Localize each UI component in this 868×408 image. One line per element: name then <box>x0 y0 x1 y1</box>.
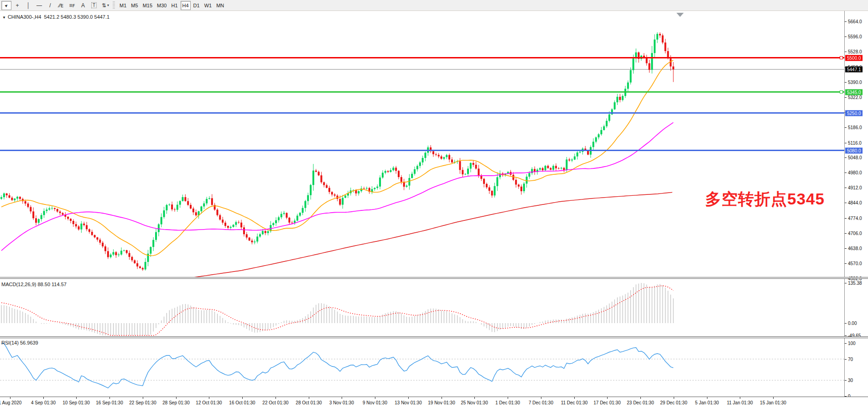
symbol-name: CHINA300-,H4 <box>8 14 41 20</box>
text-icon: A <box>81 2 85 9</box>
time-axis-label: 28 Sep 01:30 <box>162 400 190 405</box>
time-axis-tick <box>375 397 375 399</box>
time-axis-label: 16 Oct 01:30 <box>229 400 255 405</box>
time-axis-label: 19 Nov 01:30 <box>428 400 455 405</box>
time-axis-label: 16 Sep 01:30 <box>96 400 123 405</box>
timeframe-button-w1[interactable]: W1 <box>203 1 214 10</box>
time-axis-label: 23 Dec 01:30 <box>627 400 654 405</box>
time-axis-label: 25 Nov 01:30 <box>461 400 488 405</box>
timeframe-button-m15[interactable]: M15 <box>141 1 154 10</box>
crosshair-tool[interactable]: + <box>12 1 22 10</box>
time-axis[interactable]: 1 Aug 2020 4 Sep 01:30 10 Sep 01:30 16 S… <box>0 397 868 408</box>
toolbar-drag-handle[interactable] <box>113 1 115 10</box>
timeframe-button-d1[interactable]: D1 <box>192 1 202 10</box>
horizontal-level-line-5345.0[interactable] <box>0 91 844 93</box>
level-price-tag: 5500.0 <box>845 55 863 61</box>
time-axis-tick <box>541 397 541 399</box>
price-axis-label: 4774.0 <box>848 216 862 221</box>
time-axis-label: 15 Jan 01:30 <box>760 400 786 405</box>
time-axis-label: 7 Dec 01:30 <box>529 400 553 405</box>
time-axis-tick <box>176 397 177 399</box>
price-axis-label: 5664.0 <box>848 19 862 24</box>
trendline-icon: / <box>49 2 51 9</box>
equidistant-channel-tool[interactable]: ∕∕ᴇ <box>56 1 66 10</box>
time-axis-tick <box>740 397 740 399</box>
text-label-icon: T <box>91 2 97 8</box>
timeframe-button-m1[interactable]: M1 <box>118 1 128 10</box>
time-axis-label: 4 Sep 01:30 <box>31 400 56 405</box>
rsi-axis-label: 100 <box>848 341 856 346</box>
price-axis-label: 4638.0 <box>848 246 862 251</box>
time-axis-tick <box>43 397 44 399</box>
fibonacci-icon: ≡ꜰ <box>69 2 75 9</box>
time-axis-label: 5 Jan 01:30 <box>695 400 719 405</box>
pane-separator[interactable] <box>0 336 868 338</box>
vertical-line-icon: │ <box>26 2 30 9</box>
horizontal-line-tool[interactable]: — <box>34 1 44 10</box>
price-axis-label: 5322.0 <box>848 94 862 99</box>
time-axis-tick <box>607 397 608 399</box>
price-axis-label: 5390.0 <box>848 79 862 84</box>
timeframe-button-mn[interactable]: MN <box>214 1 226 10</box>
dropdown-arrow-icon[interactable]: ▾ <box>107 3 109 7</box>
time-axis-tick <box>474 397 475 399</box>
macd-indicator-label: MACD(12,26,9) 88.50 114.57 <box>1 282 67 287</box>
trendline-tool[interactable]: / <box>45 1 55 10</box>
price-axis-border <box>844 11 845 408</box>
level-price-tag: 5080.0 <box>845 147 863 153</box>
horizontal-level-line-5250.0[interactable] <box>0 112 844 114</box>
cursor-tool[interactable]: ▸ <box>1 1 11 10</box>
cursor-icon: ▸ <box>4 2 10 9</box>
chart-annotation-text[interactable]: 多空转折点5345 <box>705 188 825 210</box>
horizontal-level-line-5500.0[interactable] <box>0 57 844 58</box>
time-axis-label: 17 Dec 01:30 <box>593 400 621 405</box>
arrows-tool[interactable]: ⇅▾ <box>100 1 111 10</box>
price-axis-label: 4912.0 <box>848 185 862 190</box>
timeframe-button-m5[interactable]: M5 <box>129 1 140 10</box>
time-axis-tick <box>674 397 674 399</box>
time-axis-label: 3 Nov 01:30 <box>329 400 354 405</box>
time-axis-label: 11 Dec 01:30 <box>561 400 588 405</box>
fibonacci-tool[interactable]: ≡ꜰ <box>67 1 77 10</box>
text-tool[interactable]: A <box>78 1 88 10</box>
time-axis-label: 22 Oct 01:30 <box>262 400 288 405</box>
time-axis-label: 1 Dec 01:30 <box>495 400 520 405</box>
horizontal-level-line-5080.0[interactable] <box>0 150 844 151</box>
pane-separator[interactable] <box>0 277 868 279</box>
timeframe-button-m30[interactable]: M30 <box>155 1 168 10</box>
main-chart-pane[interactable] <box>0 11 844 277</box>
level-price-tag: 5345.0 <box>845 89 863 95</box>
text-label-tool[interactable]: T <box>89 1 99 10</box>
time-axis-tick <box>773 397 774 399</box>
vertical-line-tool[interactable]: │ <box>23 1 33 10</box>
rsi-pane[interactable] <box>0 338 844 397</box>
time-axis-label: 13 Nov 01:30 <box>395 400 422 405</box>
time-axis-label: 29 Dec 01:30 <box>660 400 687 405</box>
time-axis-tick <box>508 397 508 399</box>
time-axis-tick <box>275 397 276 399</box>
price-axis-label: 5048.0 <box>848 155 862 160</box>
collapse-arrow-icon[interactable]: ▼ <box>2 16 6 20</box>
time-axis-tick <box>342 397 342 399</box>
time-axis-label: 1 Aug 2020 <box>0 400 21 405</box>
price-axis-label: 5528.0 <box>848 49 862 54</box>
time-axis-tick <box>109 397 110 399</box>
rsi-line-chart <box>0 338 844 397</box>
chart-shift-marker-icon[interactable] <box>676 13 684 17</box>
price-axis-label: 5186.0 <box>848 125 862 130</box>
timeframe-button-h1[interactable]: H1 <box>169 1 179 10</box>
time-axis-label: 28 Oct 01:30 <box>296 400 322 405</box>
time-axis-tick <box>707 397 707 399</box>
price-axis-label: 4844.0 <box>848 200 862 205</box>
candlestick-chart[interactable] <box>0 11 844 277</box>
time-axis-tick <box>242 397 243 399</box>
time-axis-tick <box>574 397 575 399</box>
rsi-axis-label: 70 <box>848 356 853 361</box>
horizontal-line-icon: — <box>36 2 42 9</box>
arrows-icon: ⇅ <box>102 2 106 9</box>
line-endpoint-marker[interactable] <box>840 90 843 94</box>
line-endpoint-marker[interactable] <box>840 56 843 59</box>
price-axis-label: 5116.0 <box>848 140 862 145</box>
macd-pane[interactable] <box>0 279 844 336</box>
timeframe-button-h4[interactable]: H4 <box>181 1 191 10</box>
